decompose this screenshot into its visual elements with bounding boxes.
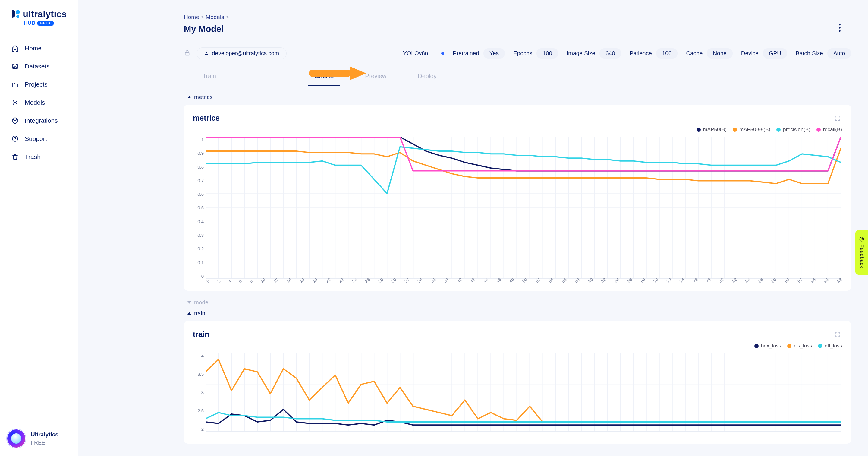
breadcrumb-link[interactable]: Home — [184, 14, 199, 20]
legend-item[interactable]: mAP50-95(B) — [733, 127, 770, 133]
legend-item[interactable]: precision(B) — [776, 127, 810, 133]
tab-preview[interactable]: Preview — [358, 70, 393, 86]
pill-value: Auto — [827, 48, 851, 58]
y-tick: 0.5 — [193, 205, 204, 210]
more-menu-button[interactable] — [838, 24, 841, 34]
config-pill-cache: CacheNone — [686, 48, 733, 58]
model-name: YOLOv8n — [403, 50, 428, 57]
section-toggle-label: model — [194, 299, 210, 306]
y-tick: 0.2 — [193, 246, 204, 251]
breadcrumb-link[interactable]: Models — [206, 14, 224, 20]
models-icon — [11, 99, 19, 106]
svg-rect-11 — [185, 53, 189, 55]
tab-charts[interactable]: Charts — [308, 70, 340, 86]
sidebar-item-label: Integrations — [25, 117, 58, 124]
y-tick: 0 — [193, 274, 204, 279]
home-icon — [11, 45, 19, 52]
y-tick: 0.6 — [193, 192, 204, 197]
sidebar-item-label: Projects — [25, 81, 48, 88]
support-icon — [11, 135, 19, 142]
sidebar-item-label: Trash — [25, 153, 41, 161]
brand-badge: BETA — [37, 21, 54, 26]
pill-value: None — [707, 48, 733, 58]
color-dot-icon — [754, 344, 758, 348]
meta-row: developer@ultralytics.com YOLOv8n Pretra… — [184, 47, 851, 59]
brand-word: ultralytics — [23, 9, 67, 19]
avatar — [7, 429, 25, 448]
y-tick: 0.7 — [193, 178, 204, 183]
svg-point-1 — [16, 15, 19, 18]
expand-icon[interactable] — [834, 331, 841, 339]
footer-name: Ultralytics — [31, 431, 59, 438]
legend-item[interactable]: cls_loss — [787, 343, 812, 349]
y-tick: 2 — [193, 426, 204, 432]
section-toggle-model[interactable]: model — [184, 299, 851, 306]
tab-label: Preview — [365, 73, 386, 79]
main: Home > Models > My Model developer@ultra… — [79, 0, 868, 456]
svg-point-12 — [206, 52, 207, 53]
section-toggle-label: metrics — [194, 94, 213, 101]
pill-value: 100 — [536, 48, 558, 58]
config-pill-epochs: Epochs100 — [513, 48, 558, 58]
y-tick: 0.4 — [193, 219, 204, 224]
y-tick: 4 — [193, 353, 204, 358]
y-tick: 0.8 — [193, 164, 204, 170]
svg-point-3 — [13, 67, 15, 68]
y-tick: 2.5 — [193, 408, 204, 413]
config-pill-patience: Patience100 — [629, 48, 678, 58]
x-tick: 8 — [249, 278, 255, 286]
config-pill-batch-size: Batch SizeAuto — [796, 48, 851, 58]
legend-label: mAP50(B) — [703, 127, 727, 133]
sidebar-item-support[interactable]: Support — [0, 130, 78, 148]
pill-label: Image Size — [567, 50, 595, 57]
chart-legend: box_losscls_lossdfl_loss — [193, 343, 842, 349]
breadcrumb: Home > Models > — [184, 14, 851, 21]
brand-logo: ultralytics HUB BETA — [10, 9, 68, 26]
tab-label: Charts — [315, 73, 334, 79]
pill-label: Cache — [686, 50, 703, 57]
svg-point-0 — [16, 10, 20, 14]
tab-train[interactable]: Train — [196, 70, 223, 86]
sidebar-item-label: Datasets — [25, 63, 50, 70]
sidebar-item-home[interactable]: Home — [0, 39, 78, 57]
lock-icon — [184, 50, 190, 57]
sidebar-item-datasets[interactable]: Datasets — [0, 57, 78, 76]
tab-deploy[interactable]: Deploy — [411, 70, 443, 86]
sidebar-footer[interactable]: Ultralytics FREE — [0, 421, 78, 456]
legend-item[interactable]: dfl_loss — [818, 343, 842, 349]
sidebar-item-trash[interactable]: Trash — [0, 148, 78, 166]
x-tick: 4 — [227, 278, 234, 286]
color-dot-icon — [787, 344, 792, 348]
pill-value: Yes — [484, 48, 505, 58]
status-dot-icon — [441, 52, 444, 55]
config-pill-image-size: Image Size640 — [567, 48, 621, 58]
section-toggle-train[interactable]: train — [184, 310, 851, 317]
y-tick: 3 — [193, 390, 204, 395]
trash-icon — [11, 153, 19, 161]
legend-label: mAP50-95(B) — [739, 127, 770, 133]
tab-label: Deploy — [418, 73, 436, 79]
section-toggle-metrics[interactable]: metrics — [184, 94, 851, 101]
legend-item[interactable]: recall(B) — [816, 127, 842, 133]
config-pill-device: DeviceGPU — [741, 48, 787, 58]
sidebar-nav: HomeDatasetsProjectsModelsIntegrationsSu… — [0, 39, 78, 166]
color-dot-icon — [696, 127, 701, 132]
sidebar-item-models[interactable]: Models — [0, 93, 78, 112]
legend-item[interactable]: mAP50(B) — [696, 127, 727, 133]
card-title: train — [193, 330, 842, 339]
footer-plan: FREE — [31, 440, 59, 446]
metrics-card: metrics mAP50(B)mAP50-95(B)precision(B)r… — [184, 105, 851, 291]
x-tick: 6 — [238, 278, 244, 286]
owner-chip[interactable]: developer@ultralytics.com — [196, 47, 287, 59]
config-pill-pretrained: PretrainedYes — [453, 48, 505, 58]
svg-point-9 — [839, 27, 841, 29]
color-dot-icon — [776, 127, 781, 132]
sidebar-item-integrations[interactable]: Integrations — [0, 112, 78, 130]
pill-label: Epochs — [513, 50, 532, 57]
expand-icon[interactable] — [834, 115, 841, 123]
legend-label: precision(B) — [783, 127, 810, 133]
legend-item[interactable]: box_loss — [754, 343, 781, 349]
sidebar-item-projects[interactable]: Projects — [0, 76, 78, 93]
sidebar-item-label: Support — [25, 135, 47, 142]
user-icon — [204, 51, 209, 56]
